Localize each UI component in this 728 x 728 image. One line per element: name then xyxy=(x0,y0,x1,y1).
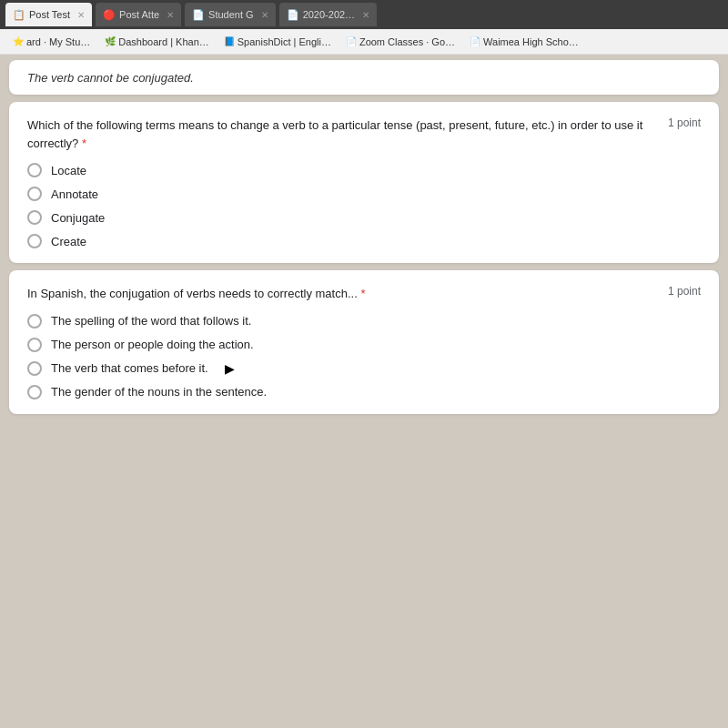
question1-option1[interactable]: Locate xyxy=(27,163,701,177)
question1-card: Which of the following terms means to ch… xyxy=(9,102,719,263)
bookmark-spanishdict[interactable]: 📘 SpanishDict | Engli… xyxy=(218,35,337,49)
question2-points: 1 point xyxy=(668,285,701,298)
question2-card: In Spanish, the conjugation of verbs nee… xyxy=(9,270,719,414)
tab-close-button[interactable]: ✕ xyxy=(77,10,85,20)
tab-post-atte[interactable]: 🔴 Post Atte ✕ xyxy=(96,3,181,26)
tab-icon: 🔴 xyxy=(103,9,116,21)
question2-options: The spelling of the word that follows it… xyxy=(27,314,701,399)
page-content: The verb cannot be conjugated. Which of … xyxy=(0,55,728,728)
tab-student[interactable]: 📄 Student G ✕ xyxy=(185,3,276,26)
option-label: Conjugate xyxy=(51,211,105,225)
option-label: The person or people doing the action. xyxy=(51,338,254,351)
radio-button[interactable] xyxy=(27,338,42,352)
question1-option2[interactable]: Annotate xyxy=(27,187,701,201)
option-label: The spelling of the word that follows it… xyxy=(51,314,251,328)
question2-header: In Spanish, the conjugation of verbs nee… xyxy=(27,285,701,303)
option-label: Create xyxy=(51,235,86,248)
bookmark-icon: ⭐ xyxy=(13,36,24,46)
question1-text: Which of the following terms means to ch… xyxy=(27,116,657,152)
question2-option3[interactable]: The verb that comes before it. ▶ xyxy=(27,361,701,376)
bookmark-icon: 📘 xyxy=(224,36,235,46)
bookmark-khan[interactable]: 🌿 Dashboard | Khan… xyxy=(99,35,214,49)
question1-options: Locate Annotate Conjugate Create xyxy=(27,163,701,248)
question1-points: 1 point xyxy=(668,116,701,129)
radio-button[interactable] xyxy=(27,361,42,376)
tab-year[interactable]: 📄 2020-202… ✕ xyxy=(279,3,378,26)
bookmarks-bar: ⭐ ard · My Stu… 🌿 Dashboard | Khan… 📘 Sp… xyxy=(0,29,728,55)
partial-answer-text: The verb cannot be conjugated. xyxy=(27,71,194,85)
tab-close-button[interactable]: ✕ xyxy=(362,10,369,20)
bookmark-waimea[interactable]: 📄 Waimea High Scho… xyxy=(464,35,584,49)
bookmark-icon: 📄 xyxy=(346,36,357,46)
bookmark-icon: 🌿 xyxy=(105,36,116,46)
option-label: Annotate xyxy=(51,187,98,201)
radio-button[interactable] xyxy=(27,187,42,201)
tab-close-button[interactable]: ✕ xyxy=(261,10,268,20)
question1-option4[interactable]: Create xyxy=(27,234,701,248)
question2-option2[interactable]: The person or people doing the action. xyxy=(27,338,701,352)
radio-button[interactable] xyxy=(27,210,42,225)
radio-button[interactable] xyxy=(27,163,42,177)
bookmark-my-stu[interactable]: ⭐ ard · My Stu… xyxy=(7,35,96,49)
cursor-pointer-icon: ▶ xyxy=(225,361,235,376)
tab-post-test[interactable]: 📋 Post Test ✕ xyxy=(5,3,92,26)
question2-option1[interactable]: The spelling of the word that follows it… xyxy=(27,314,701,329)
required-indicator: * xyxy=(360,287,365,300)
radio-button[interactable] xyxy=(27,385,42,399)
required-indicator: * xyxy=(82,136,86,150)
option-label: The verb that comes before it. xyxy=(51,361,208,375)
tab-close-button[interactable]: ✕ xyxy=(167,10,174,20)
browser-tab-bar: 📋 Post Test ✕ 🔴 Post Atte ✕ 📄 Student G … xyxy=(0,0,728,29)
question1-option3[interactable]: Conjugate xyxy=(27,210,701,225)
option-label: Locate xyxy=(51,164,86,177)
tab-icon: 📄 xyxy=(192,9,205,21)
tab-icon: 📋 xyxy=(13,9,25,21)
question1-header: Which of the following terms means to ch… xyxy=(27,116,701,152)
bookmark-icon: 📄 xyxy=(470,36,480,46)
option-label: The gender of the nouns in the sentence. xyxy=(51,385,267,399)
question2-option4[interactable]: The gender of the nouns in the sentence. xyxy=(27,385,701,399)
radio-button[interactable] xyxy=(27,234,42,248)
partial-answer-card: The verb cannot be conjugated. xyxy=(9,60,719,95)
question2-text: In Spanish, the conjugation of verbs nee… xyxy=(27,285,657,303)
bookmark-zoom-classes[interactable]: 📄 Zoom Classes · Go… xyxy=(340,35,460,49)
radio-button[interactable] xyxy=(27,314,42,329)
tab-icon: 📄 xyxy=(287,9,299,21)
